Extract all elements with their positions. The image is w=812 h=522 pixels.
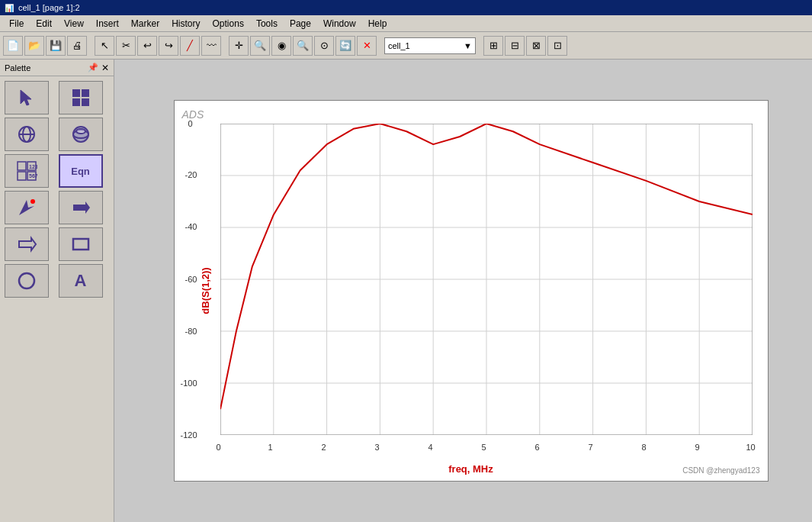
window-title: cell_1 [page 1]:2 [18, 3, 80, 12]
palette-text-btn[interactable]: A [59, 264, 103, 298]
x-tick-10: 10 [746, 443, 756, 452]
y-tick-60: -60 [185, 275, 197, 284]
menubar: FileEditViewInsertMarkerHistoryOptionsTo… [0, 15, 812, 32]
svg-marker-19 [73, 201, 90, 214]
svg-rect-13 [18, 172, 26, 180]
palette-grid-btn[interactable] [59, 81, 103, 114]
chart-area: .grid { stroke: #d0d0d0; stroke-width: 1… [220, 124, 753, 435]
move-button[interactable]: ✛ [229, 36, 249, 56]
cell-dropdown[interactable]: cell_1 ▼ [384, 37, 476, 54]
chart-container: ADS dB(S(1,2)) freq, MHz .grid { stroke:… [174, 100, 769, 482]
menu-item-file[interactable]: File [3, 17, 30, 31]
toolbar: 📄 📂 💾 🖨 ↖ ✂ ↩ ↪ ╱ 〰 ✛ 🔍 ◉ 🔍 ⊙ 🔄 ✕ cell_1… [0, 32, 812, 60]
refresh-button[interactable]: 🔄 [335, 36, 355, 56]
svg-rect-11 [18, 162, 26, 170]
chevron-down-icon: ▼ [464, 41, 472, 50]
x-tick-3: 3 [375, 443, 380, 452]
menu-item-marker[interactable]: Marker [125, 17, 165, 31]
open-button[interactable]: 📂 [24, 36, 44, 56]
grid-btn1[interactable]: ⊞ [483, 36, 503, 56]
grid-btn2[interactable]: ⊟ [505, 36, 525, 56]
palette-rect-btn[interactable] [59, 227, 103, 261]
select-button[interactable]: ↖ [95, 36, 114, 56]
palette-title: Palette [5, 63, 30, 72]
titlebar: 📊 cell_1 [page 1]:2 [0, 0, 812, 15]
x-tick-0: 0 [217, 443, 221, 452]
palette-sphere-btn[interactable] [59, 118, 103, 151]
palette-pin-icon[interactable]: 📌 [88, 63, 98, 72]
menu-item-help[interactable]: Help [362, 17, 393, 31]
y-tick-40: -40 [185, 222, 197, 231]
grid-btn3[interactable]: ⊠ [526, 36, 546, 56]
menu-item-insert[interactable]: Insert [90, 17, 125, 31]
zoom-in-button[interactable]: 🔍 [250, 36, 270, 56]
x-tick-2: 2 [322, 443, 326, 452]
watermark: CSDN @zhengyad123 [682, 466, 759, 475]
svg-rect-4 [82, 98, 89, 106]
svg-point-10 [76, 129, 85, 134]
y-tick-120: -120 [181, 430, 197, 440]
palette-grid: 1234 5678 Eqn [0, 76, 114, 302]
x-tick-7: 7 [589, 443, 593, 452]
wave-button[interactable]: 〰 [201, 36, 221, 56]
menu-item-page[interactable]: Page [284, 17, 317, 31]
y-tick-0: 0 [188, 119, 193, 128]
undo-button[interactable]: ↩ [137, 36, 157, 56]
y-axis-title: dB(S(1,2)) [200, 267, 211, 314]
x-tick-6: 6 [535, 443, 540, 452]
palette-target-btn[interactable] [5, 191, 49, 224]
x-tick-8: 8 [642, 443, 647, 452]
palette-circle-btn[interactable] [5, 264, 49, 298]
print-button[interactable]: 🖨 [67, 36, 87, 56]
svg-text:1234: 1234 [29, 164, 37, 169]
palette-eqn-btn[interactable]: Eqn [59, 154, 103, 188]
content-area: ADS dB(S(1,2)) freq, MHz .grid { stroke:… [114, 60, 812, 522]
ads-label: ADS [182, 108, 204, 121]
marker-button[interactable]: ◉ [271, 36, 291, 56]
palette-header: Palette 📌 ✕ [0, 60, 114, 76]
x-tick-5: 5 [482, 443, 486, 452]
svg-marker-20 [19, 238, 36, 250]
svg-marker-0 [21, 90, 31, 105]
palette-arrow-btn[interactable] [59, 191, 103, 224]
palette-close-icon[interactable]: ✕ [101, 63, 109, 73]
palette-circle-cross-btn[interactable] [5, 118, 49, 151]
svg-point-22 [19, 273, 34, 288]
chart-svg: .grid { stroke: #d0d0d0; stroke-width: 1… [220, 124, 753, 435]
svg-rect-1 [72, 89, 80, 97]
x-tick-1: 1 [268, 443, 273, 452]
svg-point-18 [30, 199, 35, 204]
cut-button[interactable]: ✂ [116, 36, 136, 56]
svg-rect-2 [82, 89, 89, 97]
zoom-out-button[interactable]: 🔍 [293, 36, 313, 56]
grid-btn4[interactable]: ⊡ [547, 36, 567, 56]
palette-arrow-outline-btn[interactable] [5, 227, 49, 261]
sidebar: Palette 📌 ✕ [0, 60, 114, 522]
svg-text:5678: 5678 [29, 173, 37, 179]
menu-item-edit[interactable]: Edit [30, 17, 58, 31]
stop-button[interactable]: ✕ [357, 36, 377, 56]
y-tick-20: -20 [185, 170, 197, 179]
menu-item-options[interactable]: Options [207, 17, 250, 31]
palette-gridnum-btn[interactable]: 1234 5678 [5, 154, 49, 188]
menu-item-window[interactable]: Window [317, 17, 362, 31]
redo-button[interactable]: ↪ [159, 36, 178, 56]
svg-rect-3 [72, 98, 80, 106]
menu-item-view[interactable]: View [58, 17, 90, 31]
fit-button[interactable]: ⊙ [314, 36, 334, 56]
svg-rect-21 [73, 239, 88, 250]
curve-button[interactable]: ╱ [180, 36, 200, 56]
cell-dropdown-value: cell_1 [388, 41, 410, 50]
x-tick-4: 4 [428, 443, 433, 452]
x-axis-title: freq, MHz [448, 463, 493, 475]
save-button[interactable]: 💾 [46, 36, 66, 56]
menu-item-tools[interactable]: Tools [250, 17, 284, 31]
main-area: Palette 📌 ✕ [0, 60, 812, 522]
y-tick-100: -100 [181, 379, 197, 388]
app-icon: 📊 [5, 4, 14, 12]
y-tick-80: -80 [185, 327, 197, 336]
menu-item-history[interactable]: History [165, 17, 206, 31]
palette-cursor-btn[interactable] [5, 81, 49, 114]
x-tick-9: 9 [695, 443, 700, 452]
new-button[interactable]: 📄 [3, 36, 23, 56]
